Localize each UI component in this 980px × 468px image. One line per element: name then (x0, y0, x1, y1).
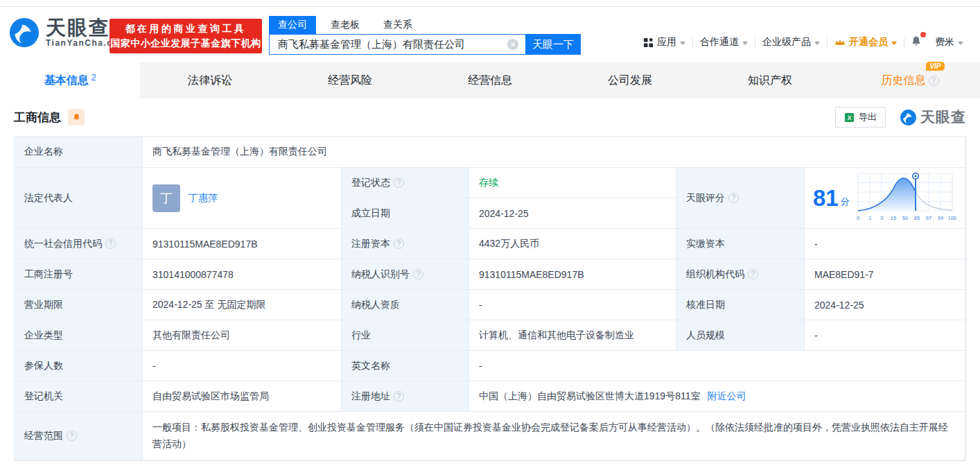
company-name-label: 企业名称 (15, 137, 143, 168)
subscribe-button[interactable] (68, 109, 85, 125)
business-term-value: 2024-12-25 至 无固定期限 (143, 290, 342, 320)
company-type-label: 企业类型 (15, 320, 143, 351)
industry-value: 计算机、通信和其他电子设备制造业 (469, 320, 676, 351)
approval-date-value: 2024-12-25 (805, 290, 965, 320)
company-type-value: 其他有限责任公司 (143, 320, 342, 351)
notifications-button[interactable] (904, 35, 928, 50)
tianyancha-logo-icon (8, 17, 40, 49)
help-icon[interactable]: ? (748, 269, 758, 279)
nearby-companies-link[interactable]: 附近公司 (707, 390, 746, 403)
business-scope-label: 经营范围 ? (15, 412, 143, 460)
menu-vip-label: 开通会员 (849, 36, 888, 49)
menu-apps[interactable]: 应用 (636, 36, 692, 49)
business-scope-value: 一般项目：私募股权投资基金管理、创业投资基金管理服务（须在中国证券投资基金业协会… (143, 412, 965, 460)
svg-text:50: 50 (902, 215, 908, 221)
reg-status-label: 登记状态 ? (342, 168, 469, 198)
help-icon[interactable]: ? (394, 391, 404, 401)
search-area: 查公司 查老板 查关系 ✕ 天眼一下 (269, 16, 581, 55)
tab-operating-risk[interactable]: 经营风险 (280, 62, 420, 98)
username: 费米 (935, 36, 954, 49)
english-name-label: 英文名称 (342, 351, 469, 381)
insured-label: 参保人数 (15, 351, 143, 381)
page-top-divider (0, 0, 980, 7)
company-name-value: 商飞私募基金管理（上海）有限责任公司 (143, 137, 965, 168)
taxpayer-quality-label: 纳税人资质 (342, 290, 469, 320)
tab-operating-label: 经营信息 (468, 73, 512, 88)
help-icon[interactable]: ? (394, 239, 404, 249)
tab-intellectual-property[interactable]: 知识产权 (700, 62, 840, 98)
svg-text:99: 99 (938, 215, 943, 221)
approval-date-label: 核准日期 (676, 290, 805, 320)
header-menu: 应用 合作通道 企业级产品 开通会员 (636, 35, 970, 50)
reg-authority-label: 登记机关 (15, 381, 143, 412)
legal-rep-value: 丁 丁惠萍 (143, 168, 342, 229)
tab-risk-label: 经营风险 (328, 73, 372, 88)
tab-basic-info-count: 2 (91, 73, 96, 83)
legal-rep-name-link[interactable]: 丁惠萍 (189, 192, 218, 205)
help-icon[interactable]: ? (413, 269, 423, 279)
company-nav-tabs: 基本信息 2 法律诉讼 经营风险 经营信息 公司发展 知识产权 历史信息 ? V… (0, 62, 980, 98)
org-code-value: MAE8ED91-7 (805, 259, 965, 290)
legal-rep-avatar[interactable]: 丁 (152, 184, 180, 212)
tab-operating-info[interactable]: 经营信息 (420, 62, 560, 98)
svg-text:0: 0 (857, 215, 859, 221)
menu-open-vip[interactable]: 开通会员 (828, 36, 904, 49)
watermark-logo: 天眼查 (900, 107, 966, 127)
english-name-value: - (469, 351, 965, 381)
svg-text:X: X (848, 114, 852, 121)
est-date-label: 成立日期 (342, 198, 469, 229)
reg-address-label: 注册地址 ? (342, 381, 469, 412)
tab-ip-label: 知识产权 (748, 73, 792, 88)
score-marker-pin-dot (914, 175, 916, 177)
tab-company-development[interactable]: 公司发展 (560, 62, 700, 98)
menu-partner-channel[interactable]: 合作通道 (693, 36, 755, 49)
help-icon[interactable]: ? (728, 193, 739, 203)
chevron-down-icon (958, 42, 963, 45)
menu-partner-label: 合作通道 (700, 36, 739, 49)
business-term-label: 营业期限 (15, 290, 143, 320)
help-icon[interactable]: ? (67, 431, 77, 441)
tab-history-info[interactable]: 历史信息 ? VIP (840, 62, 980, 98)
vip-badge: VIP (926, 62, 944, 71)
promo-banner: 都在用的商业查询工具 国家中小企业发展子基金旗下机构 (110, 19, 262, 53)
clear-search-icon[interactable]: ✕ (507, 39, 518, 50)
industry-label: 行业 (342, 320, 469, 351)
status-date-subtable: 登记状态 ? 存续 成立日期 2024-12-25 (342, 168, 676, 229)
taxpayer-id-value: 91310115MAE8ED917B (469, 259, 676, 290)
chevron-down-icon (891, 42, 897, 45)
menu-enterprise-products[interactable]: 企业级产品 (755, 36, 827, 49)
help-icon[interactable]: ? (929, 76, 939, 86)
help-icon[interactable]: ? (394, 177, 404, 188)
tab-legal-proceedings[interactable]: 法律诉讼 (140, 62, 280, 98)
legal-rep-label: 法定代表人 (15, 168, 143, 229)
svg-text:100: 100 (947, 215, 956, 221)
site-header: 天眼查 TianYanCha.com 都在用的商业查询工具 国家中小企业发展子基… (0, 7, 980, 62)
export-label: 导出 (859, 111, 877, 123)
search-tab-relation[interactable]: 查关系 (374, 16, 421, 34)
score-value[interactable]: 81 分 (805, 168, 965, 229)
help-icon[interactable]: ? (105, 239, 116, 249)
score-number: 81 (813, 187, 839, 209)
insured-value: - (143, 351, 342, 381)
search-tab-company[interactable]: 查公司 (269, 16, 316, 34)
reg-authority-value: 自由贸易试验区市场监管局 (143, 381, 342, 412)
chevron-down-icon (814, 42, 820, 45)
curve-blue-area (858, 178, 952, 211)
svg-text:1: 1 (868, 215, 871, 221)
reg-capital-label: 注册资本 ? (342, 229, 469, 259)
search-input[interactable] (269, 34, 525, 55)
search-button[interactable]: 天眼一下 (525, 34, 581, 55)
export-button[interactable]: X 导出 (835, 107, 886, 128)
tab-development-label: 公司发展 (608, 73, 652, 88)
watermark-logo-icon (900, 109, 917, 126)
taxpayer-id-label: 纳税人识别号 ? (342, 259, 469, 290)
reg-capital-value: 4432万人民币 (469, 229, 676, 259)
menu-enterprise-label: 企业级产品 (762, 36, 811, 49)
tab-history-label: 历史信息 (882, 73, 926, 88)
tab-basic-info-label: 基本信息 (44, 73, 89, 88)
orange-bell-icon (72, 112, 81, 122)
menu-user[interactable]: 费米 (928, 36, 970, 49)
search-tab-boss[interactable]: 查老板 (322, 16, 369, 34)
tab-basic-info[interactable]: 基本信息 2 (0, 62, 140, 98)
paid-capital-label: 实缴资本 (676, 229, 805, 259)
